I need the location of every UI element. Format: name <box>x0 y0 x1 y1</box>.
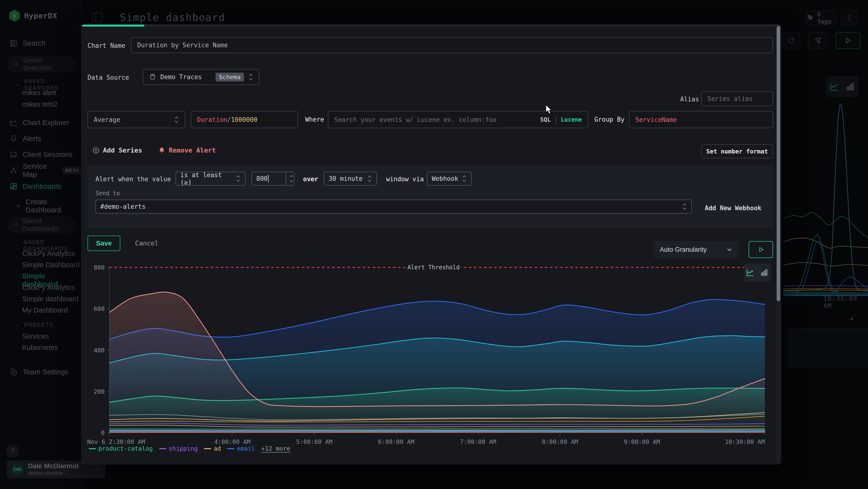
alert-condition-select[interactable]: is at least (≥) <box>176 172 245 185</box>
where-label: Where <box>305 116 324 123</box>
set-number-format-button[interactable]: Set number format <box>701 144 773 158</box>
legend-item[interactable]: shipping <box>159 445 198 452</box>
webhook-select[interactable]: #demo-alerts <box>95 200 692 213</box>
send-to-label: Send to <box>95 190 120 197</box>
alert-threshold-input[interactable]: 800 <box>251 172 294 185</box>
chart-name-input[interactable]: Duration by Service Name <box>131 37 773 53</box>
svg-text:800: 800 <box>94 264 105 271</box>
line-chart-icon[interactable] <box>746 268 755 277</box>
svg-text:0: 0 <box>101 429 105 436</box>
chart-legend: product-catalog shipping ad email+12 mor… <box>89 445 290 452</box>
loading-bar-track <box>82 25 781 27</box>
bell-icon <box>158 147 165 154</box>
svg-text:6:00:00 AM: 6:00:00 AM <box>378 438 414 445</box>
plus-circle-icon <box>92 147 100 154</box>
chevron-updown-icon <box>462 174 467 183</box>
chevron-down-icon <box>726 247 733 253</box>
granularity-select[interactable]: Auto Granularity <box>653 241 739 258</box>
data-source-select[interactable]: Demo Traces Schema <box>143 69 259 85</box>
number-stepper[interactable] <box>286 172 294 185</box>
data-source-label: Data Source <box>88 74 129 81</box>
svg-text:9:00:00 AM: 9:00:00 AM <box>624 438 660 445</box>
svg-text:600: 600 <box>94 305 105 312</box>
legend-swatch <box>159 448 166 449</box>
legend-more-link[interactable]: +12 more <box>261 445 290 452</box>
add-new-webhook-button[interactable]: Add New Webhook <box>705 204 762 212</box>
alias-input[interactable]: Series alias <box>701 91 773 106</box>
divider <box>82 63 781 63</box>
window-via-label: window via <box>386 175 424 183</box>
alert-window-select[interactable]: 30 minute <box>324 172 377 185</box>
svg-text:10:30:00 AM: 10:30:00 AM <box>725 438 765 445</box>
divider <box>82 94 781 95</box>
legend-swatch <box>227 448 235 449</box>
svg-text:400: 400 <box>94 347 105 354</box>
edit-chart-modal: Chart Name Duration by Service Name Data… <box>81 24 781 464</box>
alert-when-label: Alert when the value <box>95 175 171 183</box>
svg-text:7:00:00 AM: 7:00:00 AM <box>460 438 496 445</box>
legend-swatch <box>89 448 96 449</box>
svg-text:Alert Threshold: Alert Threshold <box>407 264 460 271</box>
legend-item[interactable]: ad <box>204 445 221 452</box>
sql-mode-toggle[interactable]: SQL <box>540 116 551 123</box>
save-button[interactable]: Save <box>88 236 120 251</box>
legend-item[interactable]: email <box>227 445 255 452</box>
alert-channel-select[interactable]: Webhook <box>427 172 472 185</box>
preview-chart: 0200400600800Nov 6 2:30:00 AM4:00:00 AM5… <box>82 256 781 447</box>
divider <box>82 138 781 138</box>
database-icon <box>149 74 156 80</box>
svg-text:4:00:00 AM: 4:00:00 AM <box>214 438 250 445</box>
chart-name-label: Chart Name <box>88 42 125 49</box>
svg-text:200: 200 <box>94 388 105 395</box>
run-chart-button[interactable] <box>749 241 773 258</box>
field-expression-input[interactable]: Duration/1000000 <box>191 111 298 128</box>
alert-config-panel: Alert when the value is at least (≥) 800… <box>88 166 773 228</box>
add-series-button[interactable]: Add Series <box>92 146 142 154</box>
lucene-mode-toggle[interactable]: Lucene <box>561 116 582 123</box>
remove-alert-button[interactable]: Remove Alert <box>158 146 216 154</box>
mouse-cursor <box>545 104 554 115</box>
loading-bar <box>82 25 144 27</box>
scrollbar-thumb[interactable] <box>777 26 780 301</box>
chart-type-toggle[interactable] <box>744 264 771 282</box>
text-caret <box>268 175 269 182</box>
legend-swatch <box>204 448 211 449</box>
chevron-updown-icon <box>248 73 253 81</box>
legend-item[interactable]: product-catalog <box>89 445 153 452</box>
svg-text:Nov 6 2:30:00 AM: Nov 6 2:30:00 AM <box>87 438 145 445</box>
alias-label: Alias <box>680 95 699 103</box>
svg-text:8:00:00 AM: 8:00:00 AM <box>542 438 578 445</box>
bar-chart-icon[interactable] <box>760 268 769 277</box>
svg-text:5:00:00 AM: 5:00:00 AM <box>296 438 333 445</box>
over-label: over <box>303 175 318 183</box>
play-icon <box>758 247 764 253</box>
chevron-updown-icon <box>367 174 372 183</box>
chevron-updown-icon <box>682 202 687 211</box>
group-by-input[interactable]: ServiceName <box>629 111 773 128</box>
group-by-label: Group By <box>594 116 624 123</box>
cancel-button[interactable]: Cancel <box>135 239 159 247</box>
modal-scrollbar[interactable] <box>777 26 780 463</box>
chevron-updown-icon <box>236 174 241 183</box>
aggregation-select[interactable]: Average <box>88 111 185 128</box>
chevron-updown-icon <box>174 116 179 124</box>
schema-badge[interactable]: Schema <box>216 73 244 82</box>
